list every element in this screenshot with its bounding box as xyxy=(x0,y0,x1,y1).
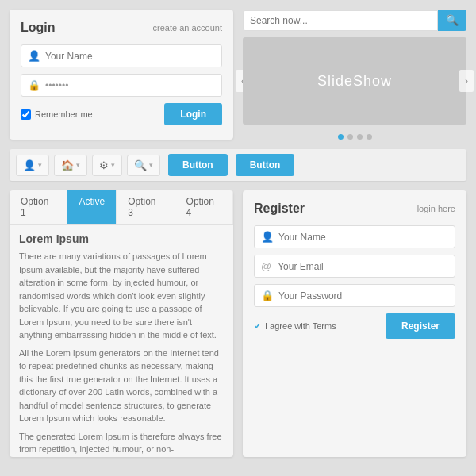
create-account-link[interactable]: create an account xyxy=(153,23,222,33)
dot-3[interactable] xyxy=(357,134,363,140)
home-nav-icon: 🏠 xyxy=(61,159,74,171)
password-input[interactable] xyxy=(45,80,215,91)
tab-option1[interactable]: Option 1 xyxy=(10,190,67,224)
reg-name-group: 👤 xyxy=(254,225,455,248)
button-2[interactable]: Button xyxy=(236,154,295,176)
tab-option4[interactable]: Option 4 xyxy=(175,190,233,224)
register-title: Register xyxy=(254,202,305,216)
register-panel: Register login here 👤 @ 🔒 ✔ I agree with… xyxy=(243,190,466,457)
slideshow: SlideShow xyxy=(243,37,466,125)
right-top-section: 🔍 ‹ SlideShow › xyxy=(243,10,466,140)
user-nav-item[interactable]: 👤 ▾ xyxy=(16,155,49,176)
remember-checkbox[interactable] xyxy=(21,109,31,120)
tabs-bar: Option 1 Active Option 3 Option 4 xyxy=(10,190,233,225)
login-bottom: Remember me Login xyxy=(21,103,222,125)
search-nav-item[interactable]: 🔍 ▾ xyxy=(127,155,160,176)
agree-terms-group: ✔ I agree with Terms xyxy=(254,321,336,332)
user-icon: 👤 xyxy=(28,50,39,62)
remember-me-group: Remember me xyxy=(21,109,93,120)
reg-lock-icon: 🔒 xyxy=(261,290,272,301)
slideshow-label: SlideShow xyxy=(317,73,392,90)
lock-icon: 🔒 xyxy=(28,79,39,91)
settings-nav-item[interactable]: ⚙ ▾ xyxy=(92,155,122,176)
tabs-panel: Option 1 Active Option 3 Option 4 Lorem … xyxy=(10,190,233,457)
settings-nav-arrow: ▾ xyxy=(111,161,115,169)
remember-label: Remember me xyxy=(35,109,93,119)
dot-4[interactable] xyxy=(367,134,372,140)
home-nav-item[interactable]: 🏠 ▾ xyxy=(54,155,87,176)
password-input-group: 🔒 xyxy=(21,74,222,97)
tab-paragraph-1: There are many variations of passages of… xyxy=(19,250,224,342)
navbar-row: 👤 ▾ 🏠 ▾ ⚙ ▾ 🔍 ▾ Button Button xyxy=(10,149,466,181)
register-bottom: ✔ I agree with Terms Register xyxy=(254,313,455,339)
gear-icon: ⚙ xyxy=(99,159,109,171)
search-input[interactable] xyxy=(250,15,431,26)
search-button[interactable]: 🔍 xyxy=(438,10,466,31)
user-nav-icon: 👤 xyxy=(23,159,36,171)
agree-checkmark-icon: ✔ xyxy=(254,321,261,332)
tab-paragraph-3: The generated Lorem Ipsum is therefore a… xyxy=(19,430,224,458)
slideshow-wrapper: ‹ SlideShow › xyxy=(243,37,466,125)
tab-body: Lorem Ipsum There are many variations of… xyxy=(10,225,233,457)
login-title: Login xyxy=(21,21,56,35)
login-panel: Login create an account 👤 🔒 Remember me … xyxy=(10,10,233,140)
dot-1[interactable] xyxy=(338,134,344,140)
search-nav-icon: 🔍 xyxy=(134,159,147,171)
register-button[interactable]: Register xyxy=(386,313,455,339)
reg-user-icon: 👤 xyxy=(261,231,272,243)
login-header: Login create an account xyxy=(21,21,222,35)
user-nav-arrow: ▾ xyxy=(38,161,42,169)
login-button[interactable]: Login xyxy=(164,103,222,125)
reg-email-group: @ xyxy=(254,255,455,278)
agree-terms-label: I agree with Terms xyxy=(265,321,336,331)
username-input[interactable] xyxy=(45,51,215,62)
tab-active[interactable]: Active xyxy=(67,190,117,224)
username-input-group: 👤 xyxy=(21,44,222,67)
login-here-link[interactable]: login here xyxy=(417,204,455,213)
button-1[interactable]: Button xyxy=(168,154,228,176)
search-nav-arrow: ▾ xyxy=(149,161,153,169)
tab-content-title: Lorem Ipsum xyxy=(19,232,224,245)
reg-email-input[interactable] xyxy=(278,261,448,272)
reg-name-input[interactable] xyxy=(278,232,448,243)
dot-2[interactable] xyxy=(347,134,353,140)
reg-email-icon: @ xyxy=(261,260,271,272)
search-bar: 🔍 xyxy=(243,10,466,31)
reg-password-input[interactable] xyxy=(278,290,448,301)
register-header: Register login here xyxy=(254,202,455,216)
slideshow-dots xyxy=(243,134,466,140)
home-nav-arrow: ▾ xyxy=(76,161,80,169)
tab-option3[interactable]: Option 3 xyxy=(117,190,175,224)
tab-paragraph-2: All the Lorem Ipsum generators on the In… xyxy=(19,347,224,425)
search-input-wrap xyxy=(243,10,438,31)
slideshow-next-button[interactable]: › xyxy=(459,70,474,92)
reg-password-group: 🔒 xyxy=(254,284,455,307)
